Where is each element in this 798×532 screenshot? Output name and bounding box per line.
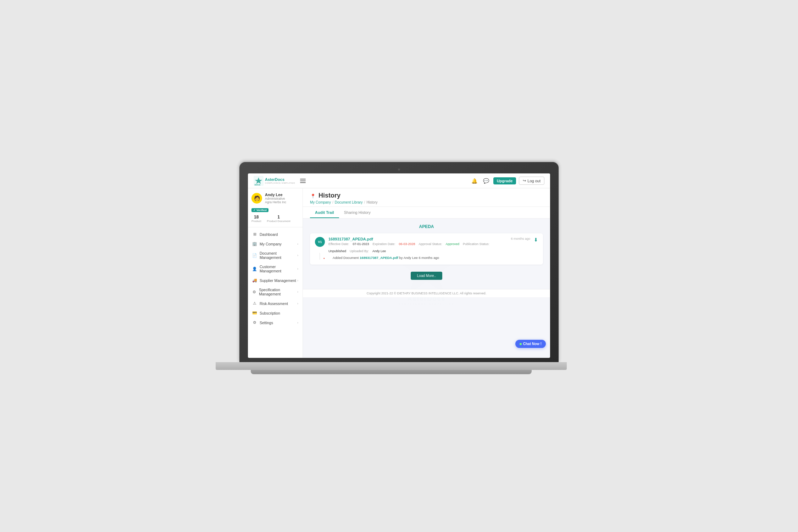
settings-icon: ⚙ — [252, 320, 257, 325]
supplier-icon: 🚚 — [252, 278, 257, 283]
chevron-right-icon: › — [297, 321, 298, 325]
page-header: 📍 History My Company / Document Library … — [303, 188, 550, 207]
user-section: 🧑 Andy Lee Administrative Agra Herbs Inc… — [248, 188, 303, 227]
product-label: Product — [251, 220, 261, 223]
publication-status-value: Unpublished — [328, 249, 346, 253]
sidebar-item-subscription[interactable]: 💳 Subscription — [248, 308, 303, 318]
laptop-base — [216, 362, 567, 370]
doc-meta: Effective Date: 07-01-2023 Expiration Da… — [328, 242, 507, 253]
risk-icon: ⚠ — [252, 301, 257, 306]
sidebar-item-documents[interactable]: 📄 Document Management › — [248, 249, 303, 262]
svg-text:DOCS: DOCS — [255, 183, 260, 185]
user-info: Andy Lee Administrative Agra Herbs Inc — [265, 193, 286, 204]
upgrade-button[interactable]: Upgrade — [493, 177, 516, 184]
publication-status-label: Publication Status: — [463, 242, 489, 246]
tab-sharing-history[interactable]: Sharing History — [339, 207, 376, 218]
effective-date-value: 07-01-2023 — [353, 242, 369, 246]
main-layout: 🧑 Andy Lee Administrative Agra Herbs Inc… — [248, 188, 550, 358]
chat-now-button[interactable]: Chat Now ! — [515, 340, 546, 348]
customer-icon: 👤 — [252, 267, 257, 271]
doc-filename[interactable]: 1689317387_APEDA.pdf — [328, 237, 507, 241]
chat-now-label: Chat Now ! — [523, 342, 542, 346]
screen-bezel: DOCS AsterDocs COMPLIANCE SIMPLIFIED — [239, 162, 559, 362]
timeline-action: Added Document — [333, 256, 359, 260]
watermark-tagline: COMPLIANCE SIMPLIFIED — [391, 303, 462, 306]
footer-copyright: Copyright 2021-22 © DIETARY BUSINESS INT… — [367, 292, 486, 295]
sidebar-item-mycompany[interactable]: 🏢 My Company › — [248, 239, 303, 249]
breadcrumb: My Company / Document Library / History — [310, 200, 543, 204]
content-wrapper: 📍 History My Company / Document Library … — [303, 188, 550, 297]
main-content: AsterDocs COMPLIANCE SIMPLIFIED 📍 Histor… — [303, 188, 550, 358]
user-role: Administrative — [265, 197, 286, 200]
time-ago: 6 months ago — [511, 237, 530, 240]
notification-bell[interactable]: 🔔 — [470, 177, 479, 185]
nav-right: 🔔 💬 Upgrade ↪ Log out — [470, 177, 544, 185]
chevron-right-icon: › — [297, 267, 298, 271]
logo-area: DOCS AsterDocs COMPLIANCE SIMPLIFIED — [254, 176, 295, 186]
history-content: APEDA V1 1689317387_APEDA.pdf Effect — [303, 218, 550, 289]
bell-icon: 🔔 — [471, 178, 477, 184]
top-nav: DOCS AsterDocs COMPLIANCE SIMPLIFIED — [248, 173, 550, 188]
product-stat: 18 Product — [251, 215, 261, 223]
effective-date-label: Effective Date: — [328, 242, 349, 246]
section-label: APEDA — [310, 224, 543, 229]
sidebar-item-dashboard[interactable]: ⊞ Dashboard — [248, 229, 303, 239]
load-more-button[interactable]: Load More.. — [411, 272, 442, 280]
approval-status-value: Approved — [446, 242, 460, 246]
version-badge: V1 — [315, 237, 325, 247]
expiration-date-value: 06-03-2028 — [399, 242, 415, 246]
avatar: 🧑 — [251, 193, 262, 204]
timeline-when: 6 months ago — [419, 256, 439, 260]
app-container: DOCS AsterDocs COMPLIANCE SIMPLIFIED — [248, 173, 550, 358]
load-more-area: Load More.. — [310, 268, 543, 283]
doc-label: Product Document — [267, 220, 290, 223]
location-icon: 📍 — [310, 193, 316, 199]
download-icon[interactable]: ⬇ — [534, 237, 538, 243]
approval-status-label: Approval Status: — [419, 242, 442, 246]
user-stats: 18 Product 1 Product Document — [251, 215, 299, 223]
uploaded-by-value: Andy Lee — [372, 249, 386, 253]
chevron-right-icon: › — [297, 242, 298, 246]
timeline-item: Added Document 1689317387_APEDA.pdf by A… — [328, 256, 538, 260]
app-footer: Copyright 2021-22 © DIETARY BUSINESS INT… — [303, 289, 550, 297]
message-icon: 💬 — [483, 178, 489, 184]
timeline: Added Document 1689317387_APEDA.pdf by A… — [315, 253, 538, 260]
company-icon: 🏢 — [252, 242, 257, 246]
logout-button[interactable]: ↪ Log out — [519, 177, 544, 185]
chevron-right-icon: › — [297, 290, 298, 294]
sidebar-item-settings[interactable]: ⚙ Settings › — [248, 318, 303, 327]
doc-stat: 1 Product Document — [267, 215, 290, 223]
chevron-right-icon: › — [297, 302, 298, 305]
subscription-icon: 💳 — [252, 311, 257, 315]
sidebar-item-suppliers[interactable]: 🚚 Supplier Management › — [248, 276, 303, 285]
asterdocs-logo: DOCS — [254, 176, 264, 186]
timeline-filename: 1689317387_APEDA.pdf — [360, 256, 398, 260]
expiration-date-label: Expiration Date: — [372, 242, 395, 246]
camera — [398, 168, 400, 171]
timeline-text: Added Document 1689317387_APEDA.pdf by A… — [333, 256, 538, 260]
timeline-by: by Andy Lee — [399, 256, 418, 260]
chevron-right-icon: › — [297, 279, 298, 282]
breadcrumb-doclibrary[interactable]: Document Library — [335, 200, 363, 204]
uploaded-by-label: Uploaded By: — [350, 249, 369, 253]
laptop-screen: DOCS AsterDocs COMPLIANCE SIMPLIFIED — [248, 173, 550, 358]
sidebar-item-customers[interactable]: 👤 Customer Management › — [248, 262, 303, 276]
sidebar-item-specifications[interactable]: ⚙ Specification Management › — [248, 285, 303, 299]
tabs-row: Audit Trail Sharing History — [310, 207, 543, 218]
tab-audit-trail[interactable]: Audit Trail — [310, 207, 339, 218]
doc-card-header: V1 1689317387_APEDA.pdf Effective Date: … — [315, 237, 538, 253]
breadcrumb-history: History — [366, 200, 377, 204]
hamburger-menu[interactable] — [299, 177, 307, 184]
doc-info: 1689317387_APEDA.pdf Effective Date: 07-… — [328, 237, 507, 253]
chat-icon-btn[interactable]: 💬 — [482, 177, 491, 185]
product-count: 18 — [251, 215, 261, 220]
verified-badge: ✓ Verified — [251, 208, 268, 212]
document-card: V1 1689317387_APEDA.pdf Effective Date: … — [310, 233, 543, 265]
page-title: History — [318, 192, 340, 199]
breadcrumb-mycompany[interactable]: My Company — [310, 200, 331, 204]
sidebar-item-risk[interactable]: ⚠ Risk Assessment › — [248, 299, 303, 308]
logout-icon: ↪ — [523, 178, 526, 183]
tabs-section: Audit Trail Sharing History — [303, 207, 550, 218]
chevron-right-icon: › — [297, 254, 298, 257]
dashboard-icon: ⊞ — [252, 232, 257, 237]
